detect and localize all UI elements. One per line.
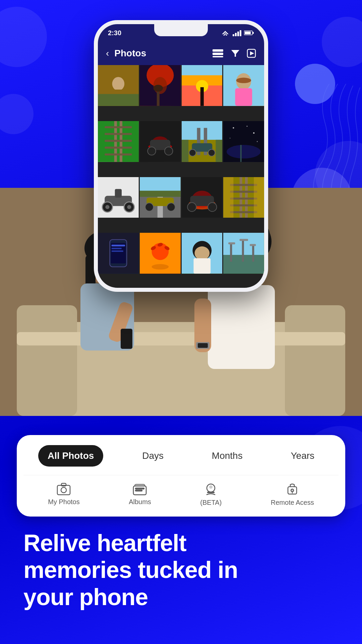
layout-icon[interactable] [212, 49, 224, 58]
status-time: 2:30 [108, 29, 121, 37]
svg-point-58 [247, 125, 248, 126]
photo-motorbike-road[interactable] [140, 177, 181, 218]
headline-text: Relive heartfelt memories tucked in your… [23, 530, 339, 611]
svg-rect-114 [242, 240, 244, 262]
svg-rect-142 [57, 485, 70, 495]
svg-rect-109 [193, 258, 210, 274]
svg-rect-120 [17, 305, 77, 416]
photo-red-sky[interactable] [140, 65, 181, 106]
photo-motorbike-orange-smoke[interactable] [182, 177, 223, 218]
svg-rect-138 [198, 343, 208, 348]
photo-burst-creative[interactable] [140, 233, 181, 274]
photo-motorbike-red-smoke[interactable] [140, 121, 181, 162]
svg-rect-135 [208, 285, 275, 369]
my-photos-label: My Photos [48, 498, 79, 506]
tab-row: All Photos Days Months Years [23, 445, 339, 467]
headline-section: Relive heartfelt memories tucked in your… [23, 530, 339, 611]
svg-point-151 [209, 485, 213, 489]
svg-point-82 [187, 203, 196, 211]
svg-rect-9 [213, 49, 223, 52]
nav-beta[interactable]: (BETA) [197, 479, 225, 510]
svg-rect-5 [240, 30, 241, 36]
svg-point-154 [291, 489, 294, 492]
bottom-navigation: My Photos Albums (BETA) [23, 475, 339, 510]
deco-big-dot [295, 64, 335, 104]
svg-rect-98 [112, 248, 122, 249]
beta-label: (BETA) [200, 499, 222, 506]
beta-icon [204, 482, 218, 496]
nav-remote-access[interactable]: Remote Acess [267, 479, 317, 510]
svg-rect-148 [135, 488, 144, 489]
svg-rect-4 [237, 32, 239, 36]
photo-port-cranes[interactable] [223, 233, 264, 274]
svg-point-69 [127, 205, 131, 209]
headline-line3: your phone [23, 584, 148, 610]
remote-access-label: Remote Acess [271, 499, 314, 506]
svg-rect-128 [121, 329, 132, 349]
svg-rect-88 [230, 191, 257, 193]
albums-label: Albums [129, 498, 151, 506]
svg-point-23 [153, 85, 163, 92]
svg-rect-28 [200, 87, 203, 106]
svg-rect-18 [98, 94, 139, 106]
header-actions [212, 49, 256, 58]
svg-rect-91 [230, 211, 257, 213]
svg-rect-70 [115, 189, 122, 197]
svg-rect-93 [254, 177, 264, 218]
svg-rect-122 [17, 332, 345, 345]
svg-point-60 [230, 138, 231, 138]
svg-point-108 [194, 247, 209, 260]
tab-years[interactable]: Years [281, 445, 324, 467]
tab-days[interactable]: Days [133, 445, 173, 467]
photo-starry-dark[interactable] [223, 121, 264, 162]
svg-rect-149 [135, 490, 142, 491]
svg-rect-152 [207, 492, 214, 493]
svg-rect-7 [245, 32, 251, 34]
svg-rect-38 [105, 140, 132, 142]
photo-motorcycle-trees[interactable] [182, 121, 223, 162]
battery-icon [244, 30, 254, 36]
photo-turban-portrait[interactable] [182, 233, 223, 274]
photo-railway-autumn[interactable] [223, 177, 264, 218]
app-header: ‹ Photos [98, 42, 264, 65]
svg-rect-77 [140, 191, 181, 197]
svg-point-143 [61, 487, 66, 493]
headline-line1: Relive heartfelt [23, 530, 186, 556]
signal-icon [233, 30, 241, 36]
photo-grid [98, 65, 264, 288]
svg-rect-117 [250, 244, 256, 246]
phone-frame: 2:30 [94, 20, 268, 292]
nav-albums[interactable]: Albums [125, 479, 155, 509]
svg-rect-113 [228, 243, 235, 245]
svg-rect-87 [230, 184, 257, 186]
svg-rect-40 [105, 153, 132, 155]
svg-rect-121 [285, 305, 345, 416]
tab-all-photos[interactable]: All Photos [38, 445, 103, 467]
filter-icon[interactable] [231, 49, 240, 58]
svg-rect-99 [112, 251, 124, 252]
wifi-icon [221, 30, 230, 36]
play-icon[interactable] [247, 49, 256, 58]
svg-rect-2 [233, 34, 234, 36]
svg-rect-36 [105, 126, 132, 128]
phone-screen: 2:30 [98, 24, 264, 288]
svg-rect-89 [230, 197, 257, 199]
svg-rect-92 [223, 177, 233, 218]
svg-point-45 [147, 147, 156, 155]
photo-vintage-bike[interactable] [98, 177, 139, 218]
photo-railway-green[interactable] [98, 121, 139, 162]
svg-point-76 [167, 203, 175, 211]
svg-rect-115 [240, 239, 248, 241]
photo-child[interactable] [98, 65, 139, 106]
photo-mobile-app[interactable] [98, 233, 139, 274]
nav-my-photos[interactable]: My Photos [45, 479, 83, 509]
svg-rect-39 [105, 147, 132, 149]
back-button[interactable]: ‹ [106, 48, 109, 59]
photo-sunset[interactable] [182, 65, 223, 106]
svg-rect-63 [240, 145, 242, 162]
svg-rect-97 [112, 245, 125, 247]
svg-point-75 [145, 203, 153, 211]
photo-portrait-colorful[interactable] [223, 65, 264, 106]
my-photos-icon [57, 483, 71, 495]
tab-months[interactable]: Months [202, 445, 252, 467]
